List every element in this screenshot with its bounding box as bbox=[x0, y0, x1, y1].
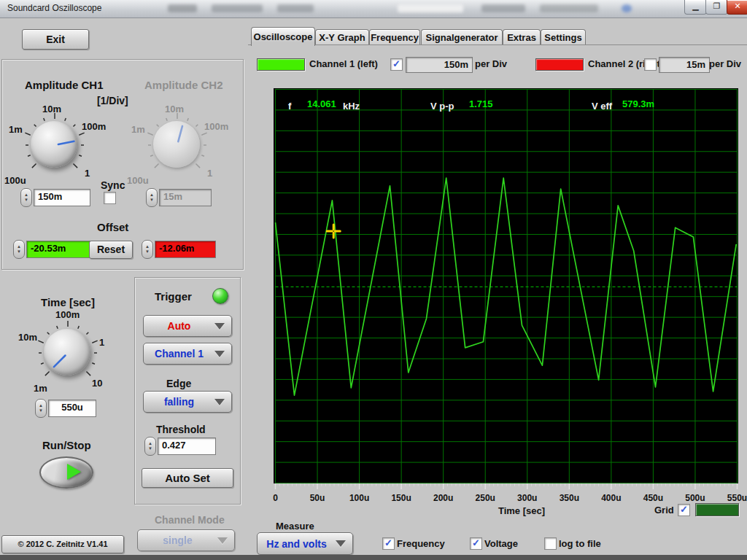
time-knob[interactable]: 100m 10m 1 1m 10 bbox=[6, 309, 123, 395]
knob-scale-label: 1m bbox=[9, 124, 23, 135]
frequency-checkbox[interactable]: ✓ bbox=[382, 537, 395, 550]
x-axis-tick-label: 50u bbox=[301, 493, 333, 503]
channel2-enable-checkbox[interactable] bbox=[644, 58, 657, 71]
chevron-down-icon bbox=[214, 351, 225, 357]
offset-ch2-value-field[interactable]: -12.06m bbox=[155, 241, 216, 258]
titlebar-background-blur bbox=[277, 4, 314, 12]
knob-scale-label: 100m bbox=[82, 121, 106, 132]
channel1-enable-checkbox[interactable]: ✓ bbox=[390, 58, 403, 71]
tab-oscilloscope[interactable]: Oscilloscope bbox=[251, 27, 315, 46]
knob-scale-label: 100u bbox=[127, 175, 149, 186]
amplitude-ch1-title: Amplitude CH1 bbox=[25, 79, 104, 91]
x-axis-tick-label: 350u bbox=[553, 493, 585, 503]
play-icon bbox=[67, 464, 81, 480]
scope-plot[interactable] bbox=[274, 88, 738, 483]
log-to-file-checkbox[interactable] bbox=[544, 537, 557, 550]
channel1-per-div-field[interactable]: 150m bbox=[406, 57, 473, 73]
x-axis-tick-label: 450u bbox=[637, 493, 669, 503]
titlebar-background-blur bbox=[481, 4, 525, 12]
time-value-field[interactable]: 550u bbox=[48, 400, 96, 417]
sync-checkbox[interactable] bbox=[104, 192, 116, 204]
run-stop-button[interactable] bbox=[39, 456, 93, 489]
restore-button[interactable]: ❐ bbox=[705, 0, 728, 15]
trigger-source-dropdown[interactable]: Channel 1 bbox=[143, 343, 232, 365]
run-stop-label: Run/Stop bbox=[42, 439, 91, 451]
trigger-edge-dropdown[interactable]: falling bbox=[143, 391, 232, 413]
x-axis-tick-label: 400u bbox=[595, 493, 627, 503]
knob-scale-label: 10m bbox=[165, 104, 184, 114]
voltage-checkbox[interactable]: ✓ bbox=[470, 537, 482, 550]
amplitude-ch2-knob: 10m 1m 100m 100u 1 bbox=[123, 104, 239, 190]
knob-scale-label: 10m bbox=[42, 104, 61, 114]
tab-settings[interactable]: Settings bbox=[541, 29, 586, 45]
tab-extras[interactable]: Extras bbox=[503, 29, 541, 45]
offset-ch1-spinner[interactable]: ▲▼ bbox=[13, 240, 25, 259]
titlebar-background-blur bbox=[540, 4, 598, 12]
amplitude-ch1-spinner[interactable]: ▲▼ bbox=[20, 188, 32, 207]
channel1-per-div-label: per Div bbox=[475, 58, 507, 69]
amplitude-ch2-spinner: ▲▼ bbox=[146, 188, 158, 207]
knob-scale-label: 10m bbox=[18, 332, 37, 343]
time-spinner[interactable]: ▲▼ bbox=[35, 399, 47, 418]
minimize-button[interactable]: ▁ bbox=[684, 0, 707, 15]
amplitude-ch1-knob[interactable]: 10m 1m 100m 100u 1 bbox=[0, 104, 117, 190]
tab-xy-graph[interactable]: X-Y Graph bbox=[315, 29, 369, 45]
title-bar[interactable]: Soundcard Oszilloscope ▁ ❐ ✕ bbox=[0, 0, 747, 18]
offset-ch1-value-field[interactable]: -20.53m bbox=[26, 241, 90, 258]
channel2-per-div-label: per Div bbox=[709, 58, 741, 69]
veff-readout-value: 579.3m bbox=[622, 98, 654, 109]
x-axis-tick-label: 250u bbox=[469, 493, 501, 503]
grid-color-swatch[interactable] bbox=[695, 503, 739, 516]
channel1-label: Channel 1 (left) bbox=[309, 58, 378, 69]
knob-scale-label: 100m bbox=[55, 309, 80, 320]
trigger-title: Trigger bbox=[155, 290, 192, 303]
exit-button[interactable]: Exit bbox=[22, 29, 89, 50]
tab-frequency[interactable]: Frequency bbox=[369, 29, 420, 45]
chevron-down-icon bbox=[214, 399, 225, 405]
measure-mode-dropdown[interactable]: Hz and volts bbox=[257, 532, 353, 555]
trigger-mode-dropdown[interactable]: Auto bbox=[143, 315, 232, 337]
x-axis-tick-label: 100u bbox=[344, 493, 376, 503]
threshold-spinner[interactable]: ▲▼ bbox=[144, 437, 156, 456]
offset-title: Offset bbox=[97, 221, 128, 233]
titlebar-app-icon bbox=[622, 4, 632, 12]
channel2-per-div-field[interactable]: 15m bbox=[659, 57, 710, 73]
tab-strip-baseline bbox=[248, 44, 747, 45]
offset-ch2-spinner[interactable]: ▲▼ bbox=[142, 240, 153, 259]
offset-reset-button[interactable]: Reset bbox=[89, 241, 133, 259]
auto-set-button[interactable]: Auto Set bbox=[142, 468, 233, 488]
chevron-down-icon bbox=[214, 323, 225, 330]
trigger-led-indicator bbox=[212, 288, 228, 304]
x-axis-tick-marks bbox=[274, 483, 738, 491]
frequency-checkbox-label: Frequency bbox=[397, 538, 445, 549]
grid-checkbox[interactable]: ✓ bbox=[678, 504, 690, 516]
frequency-readout-label: f bbox=[288, 101, 291, 112]
close-button[interactable]: ✕ bbox=[727, 0, 747, 15]
knob-scale-label: 1m bbox=[131, 124, 145, 135]
knob-scale-label: 100u bbox=[4, 175, 26, 186]
oscilloscope-display[interactable]: f 14.061 kHz V p-p 1.715 V eff 579.3m bbox=[274, 88, 738, 483]
knob-scale-label: 1 bbox=[85, 168, 90, 179]
tab-signalgenerator[interactable]: Signalgenerator bbox=[421, 29, 503, 45]
channel-mode-dropdown: single bbox=[137, 529, 235, 551]
veff-readout-label: V eff bbox=[592, 101, 612, 112]
titlebar-background-blur bbox=[212, 4, 263, 12]
frequency-readout-unit: kHz bbox=[343, 101, 360, 112]
log-to-file-label: log to file bbox=[559, 538, 601, 549]
knob-scale-label: 100m bbox=[204, 121, 228, 132]
knob-scale-label: 10 bbox=[92, 378, 102, 389]
channel1-color-swatch bbox=[257, 58, 305, 71]
sync-label: Sync bbox=[101, 179, 125, 191]
voltage-checkbox-label: Voltage bbox=[484, 538, 518, 549]
time-title: Time [sec] bbox=[41, 296, 95, 308]
chevron-down-icon bbox=[336, 540, 346, 547]
knob-scale-label: 1m bbox=[34, 383, 47, 394]
x-axis-tick-label: 0 bbox=[260, 493, 292, 503]
soundcard-oscilloscope-window: Soundcard Oszilloscope ▁ ❐ ✕ Exit Amplit… bbox=[0, 0, 747, 560]
amplitude-ch1-value-field[interactable]: 150m bbox=[34, 189, 90, 206]
threshold-value-field[interactable]: 0.427 bbox=[158, 438, 216, 455]
vpp-readout-value: 1.715 bbox=[469, 98, 493, 109]
channel2-color-swatch bbox=[535, 58, 584, 71]
measure-label: Measure bbox=[276, 521, 314, 532]
knob-scale-label: 1 bbox=[207, 168, 212, 179]
